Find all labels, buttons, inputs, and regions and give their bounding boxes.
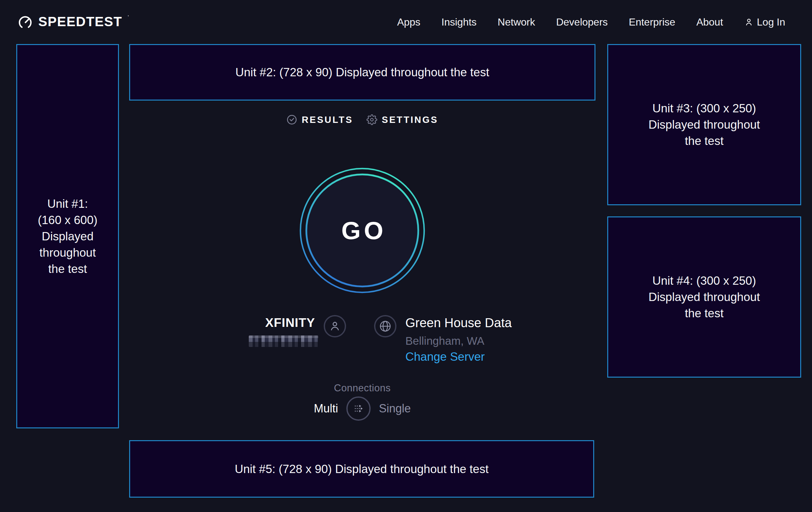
gauge-icon <box>17 15 33 30</box>
isp-name: XFINITY <box>200 316 315 330</box>
multi-mode-label[interactable]: Multi <box>314 402 338 415</box>
check-circle-icon <box>286 114 297 125</box>
tab-results[interactable]: RESULTS <box>286 114 353 125</box>
brand-name: SPEEDTEST <box>38 14 122 30</box>
tab-settings-label: SETTINGS <box>382 115 438 125</box>
ad-unit-1-skyscraper[interactable]: Unit #1: (160 x 600) Displayed throughou… <box>16 44 119 428</box>
ad-unit-2-leaderboard[interactable]: Unit #2: (728 x 90) Displayed throughout… <box>129 44 596 101</box>
speedtest-logo[interactable]: SPEEDTEST ’ <box>17 14 129 30</box>
isp-badge <box>324 315 346 338</box>
gear-icon <box>367 114 377 125</box>
nav-item-developers[interactable]: Developers <box>556 16 608 28</box>
change-server-link[interactable]: Change Server <box>405 350 485 363</box>
go-button[interactable]: GO <box>299 168 425 293</box>
nav-item-insights[interactable]: Insights <box>441 16 476 28</box>
server-badge <box>374 315 397 338</box>
ad-line: Unit #4: (300 x 250) <box>652 273 756 289</box>
nav-item-network[interactable]: Network <box>497 16 535 28</box>
tab-settings[interactable]: SETTINGS <box>367 114 438 125</box>
ad-line: the test <box>685 133 723 149</box>
ad-unit-5-leaderboard[interactable]: Unit #5: (728 x 90) Displayed throughout… <box>129 440 594 497</box>
ad-unit-3-rectangle[interactable]: Unit #3: (300 x 250) Displayed throughou… <box>607 44 801 205</box>
ad-line: Displayed throughout <box>648 116 760 133</box>
user-icon <box>744 17 754 27</box>
person-icon <box>328 320 342 333</box>
server-name: Green House Data <box>405 316 512 330</box>
nav-item-enterprise[interactable]: Enterprise <box>629 16 675 28</box>
ad-line: Displayed <box>42 228 93 244</box>
ad-line: Displayed throughout <box>648 289 760 305</box>
nav-item-apps[interactable]: Apps <box>397 16 420 28</box>
connections-label: Connections <box>129 382 596 394</box>
ad-line: throughout <box>39 244 96 261</box>
go-button-label: GO <box>299 168 425 293</box>
main-nav: Apps Insights Network Developers Enterpr… <box>397 16 785 28</box>
top-navigation-bar: SPEEDTEST ’ Apps Insights Network Develo… <box>0 0 812 44</box>
ad-line: Unit #3: (300 x 250) <box>652 100 756 116</box>
nav-item-about[interactable]: About <box>696 16 723 28</box>
ad-unit-4-rectangle[interactable]: Unit #4: (300 x 250) Displayed throughou… <box>607 216 801 378</box>
tab-results-label: RESULTS <box>302 115 353 125</box>
ad-line: Unit #1: <box>47 196 88 212</box>
ad-line: (160 x 600) <box>38 212 97 228</box>
trademark-mark: ’ <box>127 15 129 21</box>
login-label: Log In <box>757 16 785 28</box>
ad-line: the test <box>48 261 87 277</box>
ad-line: Unit #5: (728 x 90) Displayed throughout… <box>235 461 489 477</box>
connection-mode-toggle[interactable] <box>346 397 371 421</box>
server-location: Bellingham, WA <box>405 334 485 347</box>
ad-line: the test <box>685 305 723 321</box>
globe-icon <box>379 320 392 333</box>
connection-mode-row: Multi Single <box>129 397 596 421</box>
login-link[interactable]: Log In <box>744 16 785 28</box>
multi-arrows-icon <box>351 401 366 416</box>
isp-ip-redacted <box>249 335 318 347</box>
single-mode-label[interactable]: Single <box>379 402 411 415</box>
results-settings-tabs: RESULTS SETTINGS <box>129 114 596 125</box>
ad-line: Unit #2: (728 x 90) Displayed throughout… <box>235 64 489 80</box>
